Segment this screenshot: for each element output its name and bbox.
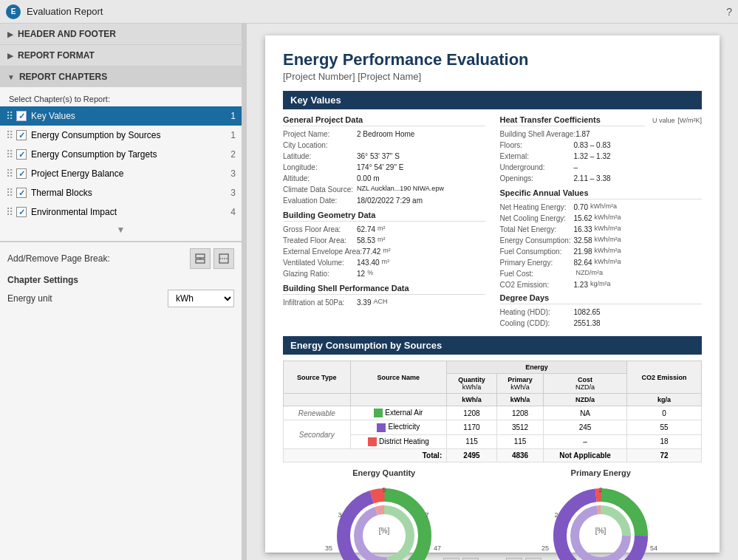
accordion-report-chapters-toggle[interactable]: ▼ REPORT CHAPTERS	[0, 66, 242, 87]
preview-panel: Energy Performance Evaluation [Project N…	[247, 24, 738, 560]
help-button[interactable]: ?	[726, 6, 732, 18]
col-energy-header: Energy	[447, 361, 627, 374]
primary-energy-title: Primary Energy	[571, 468, 631, 477]
energy-row-external-air: Renewable External Air 1208 1208 NA 0	[284, 406, 702, 420]
chapter-list: Select Chapter(s) to Report: ⠿ ✓ Key Val…	[0, 87, 242, 241]
left-data-col: General Project Data Project Name: 2 Bed…	[283, 115, 485, 329]
alt-value: 0.00 m	[357, 173, 380, 184]
check-icon-project-energy: ✓	[18, 169, 25, 179]
drag-handle-key-values: ⠿	[6, 110, 13, 122]
drag-handle-energy-targets: ⠿	[6, 148, 13, 160]
svg-rect-0	[196, 254, 205, 258]
external-row: External: 1.32 – 1.32	[500, 151, 703, 162]
accordion-header-footer-toggle[interactable]: ▶ HEADER AND FOOTER	[0, 24, 242, 44]
chapter-num-energy-targets: 2	[230, 149, 236, 160]
energy-consumption-row: Energy Consumption: 32.58 kWh/m²a	[500, 235, 703, 246]
primary-district-heating: 115	[496, 434, 543, 448]
total-primary: 4836	[496, 449, 543, 462]
checkbox-project-energy[interactable]: ✓	[16, 168, 27, 179]
accordion-report-chapters: ▼ REPORT CHAPTERS Select Chapter(s) to R…	[0, 66, 242, 242]
remove-page-break-button[interactable]	[213, 248, 234, 269]
check-icon-environmental: ✓	[18, 208, 25, 217]
chapter-item-thermal-blocks[interactable]: ⠿ ✓ Thermal Blocks 3	[0, 183, 242, 202]
scroll-down-arrow: ▼	[117, 225, 126, 235]
degree-days-section: Degree Days Heating (HDD): 1082.65 Cooli…	[500, 293, 703, 329]
eea-row: External Envelope Area: 77.42 m²	[283, 246, 485, 257]
energy-row-electricity: Secondary Electricity 1170 3512 245 55	[284, 420, 702, 434]
alt-label: Altitude:	[283, 173, 357, 184]
page-preview: Energy Performance Evaluation [Project N…	[265, 35, 720, 553]
drag-handle-energy-sources: ⠿	[6, 129, 13, 141]
accordion-report-format-toggle[interactable]: ▶ REPORT FORMAT	[0, 45, 242, 66]
lat-value: 36° 53' 37" S	[357, 151, 400, 162]
co2-district-heating: 18	[626, 434, 701, 448]
energy-quantity-title: Energy Quantity	[352, 468, 415, 477]
svg-text:25: 25	[541, 544, 549, 552]
check-icon-energy-targets: ✓	[18, 150, 25, 160]
svg-text:2: 2	[555, 511, 558, 519]
gr-row: Glazing Ratio: 12 %	[283, 268, 485, 279]
chapter-num-thermal-blocks: 3	[230, 188, 236, 198]
bottom-panel: Add/Remove Page Break: Chapter Settings	[0, 242, 242, 313]
chapter-num-energy-sources: 1	[230, 130, 236, 140]
energy-unit-label: Energy unit	[7, 293, 168, 304]
primary-electricity: 3512	[496, 420, 543, 434]
remove-page-break-icon	[218, 253, 230, 264]
project-name-value: 2 Bedroom Home	[357, 129, 414, 140]
primary-energy-chart: Primary Energy [%]	[500, 468, 703, 560]
color-indicator	[377, 423, 386, 432]
specific-annual-title: Specific Annual Values	[500, 188, 703, 199]
primary-energy-row: Primary Energy: 82.64 kWh/m²a	[500, 257, 703, 268]
vv-row: Ventilated Volume: 143.40 m³	[283, 257, 485, 268]
check-icon-thermal-blocks: ✓	[18, 188, 25, 198]
u-value-unit: [W/m²K]	[678, 117, 703, 124]
checkbox-thermal-blocks[interactable]: ✓	[16, 188, 27, 198]
cost-external-air: NA	[544, 406, 627, 420]
main-layout: ▶ HEADER AND FOOTER ▶ REPORT FORMAT ▼ RE…	[0, 24, 738, 560]
chapter-label-environmental: Environmental Impact	[31, 207, 228, 217]
shell-avg-row: Building Shell Average: 1.87	[500, 129, 703, 140]
chapter-num-project-energy: 3	[230, 168, 236, 179]
chapter-label-energy-sources: Energy Consumption by Sources	[31, 130, 228, 140]
eval-date-value: 18/02/2022 7:29 am	[357, 195, 423, 206]
city-label: City Location:	[283, 140, 357, 151]
source-name-electricity: Electricity	[350, 420, 447, 434]
total-label: Total:	[284, 449, 447, 462]
chapter-item-energy-targets[interactable]: ⠿ ✓ Energy Consumption by Targets 2	[0, 145, 242, 164]
col-primary-header: PrimarykWh/a	[496, 374, 543, 394]
lat-row: Latitude: 36° 53' 37" S	[283, 151, 485, 162]
check-icon-key-values: ✓	[18, 112, 25, 121]
col-quantity-header: QuantitykWh/a	[447, 374, 497, 394]
accordion-report-format-label: REPORT FORMAT	[18, 50, 95, 61]
energy-sources-table: Source Type Source Name Energy CO2 Emiss…	[283, 361, 702, 462]
source-name-external-air: External Air	[350, 406, 447, 420]
city-row: City Location:	[283, 140, 485, 151]
energy-quantity-svg: [%] 5 3 35 29 46 47 7	[318, 480, 451, 560]
shell-title: Building Shell Performance Data	[283, 284, 485, 295]
drag-handle-environmental: ⠿	[6, 206, 13, 218]
chapter-item-key-values[interactable]: ⠿ ✓ Key Values 1	[0, 106, 242, 126]
eval-date-label: Evaluation Date:	[283, 195, 357, 206]
heat-transfer-title: Heat Transfer Coefficients	[500, 115, 645, 126]
chapter-item-energy-sources[interactable]: ⠿ ✓ Energy Consumption by Sources 1	[0, 126, 242, 145]
checkbox-energy-targets[interactable]: ✓	[16, 149, 27, 160]
svg-text:5: 5	[382, 486, 386, 494]
energy-total-row: Total: 2495 4836 Not Applicable 72	[284, 449, 702, 462]
chapter-item-environmental[interactable]: ⠿ ✓ Environmental Impact 4	[0, 202, 242, 222]
accordion-report-format: ▶ REPORT FORMAT	[0, 45, 242, 66]
energy-unit-select[interactable]: kWh MJ GJ	[168, 290, 234, 307]
checkbox-energy-sources[interactable]: ✓	[16, 130, 27, 140]
energy-unit-row: Energy unit kWh MJ GJ	[7, 290, 234, 307]
add-page-break-button[interactable]	[190, 248, 211, 269]
source-type-renewable: Renewable	[284, 406, 351, 420]
net-heating-row: Net Heating Energy: 0.70 kWh/m²a	[500, 202, 703, 213]
svg-text:3: 3	[338, 511, 341, 519]
color-indicator	[374, 409, 383, 417]
project-name-label: Project Name:	[283, 129, 357, 140]
report-title: Energy Performance Evaluation	[283, 50, 702, 69]
checkbox-environmental[interactable]: ✓	[16, 207, 27, 217]
checkbox-key-values[interactable]: ✓	[16, 111, 27, 121]
col-source-name: Source Name	[350, 361, 447, 394]
key-values-content: General Project Data Project Name: 2 Bed…	[283, 115, 702, 329]
chapter-item-project-energy[interactable]: ⠿ ✓ Project Energy Balance 3	[0, 164, 242, 183]
